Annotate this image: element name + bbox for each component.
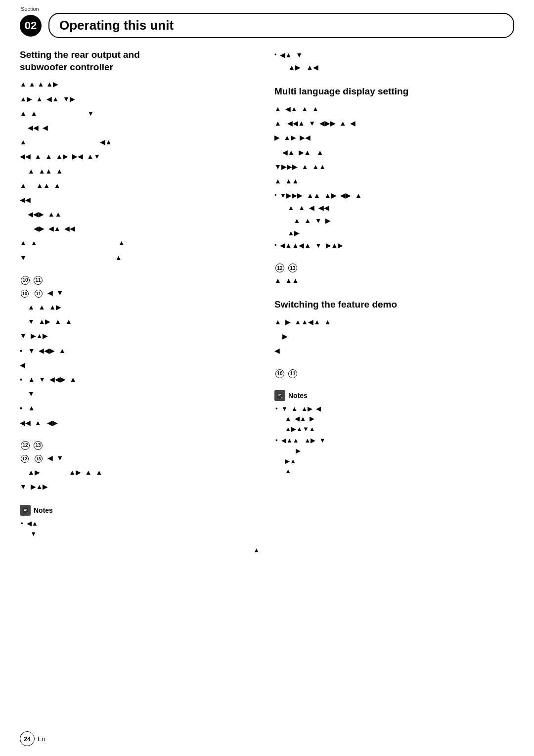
page-number-wrap: 24 En <box>20 731 45 746</box>
multilang-bullet-2: • ◀▲▲◀▲ ▼ ▶▲▶ <box>274 239 514 252</box>
circled-12-r: 12 <box>275 264 284 272</box>
circled-10: 10 <box>21 276 30 285</box>
notes-label-right: Notes <box>288 392 308 400</box>
circled-num-row-3: 12 13 <box>274 264 514 272</box>
circled-11-r: 11 <box>288 369 297 378</box>
notes-list-right: ▼ ▲ ▲▶ ◀ ▲ ◀▲ ▶ ▲▶▲▼▲ ◀▲▲ ▲▶ ▼ ▶ ▶▲ ▲ <box>274 404 514 477</box>
rear-output-block: Setting the rear output andsubwoofer con… <box>20 49 260 264</box>
rear-output-heading: Setting the rear output andsubwoofer con… <box>20 49 260 73</box>
section-header: 02 Operating this unit <box>20 13 514 38</box>
left-column: Setting the rear output andsubwoofer con… <box>20 49 260 556</box>
right-column: • ◀▲ ▼ ▲▶ ▲◀ Multi language display sett… <box>274 49 514 556</box>
rear-output-body: ▲ ▲ ▲ ▲▶ ▲▶ ▲ ◀▲ ▼▶ ▲ ▲ ▼ ◀◀ ◀ ▲ ◀▲ ◀◀ ▲… <box>20 78 260 264</box>
notes-block-left: Notes ◀▲ ▼ <box>20 505 260 539</box>
main-content: Setting the rear output andsubwoofer con… <box>20 49 514 556</box>
feature-demo-body: ▲ ▶ ▲▲◀▲ ▲ ▶ ◀ <box>274 316 514 357</box>
circled-13-r: 13 <box>288 264 297 272</box>
notes-header-right: Notes <box>274 390 514 401</box>
notes-header-left: Notes <box>20 505 260 516</box>
circled-num-row-2: 12 13 <box>20 441 260 450</box>
feature-demo-heading: Switching the feature demo <box>274 299 514 311</box>
notes-list-left: ◀▲ ▼ <box>20 519 260 539</box>
bullet-top-2: ▲▶ ▲◀ <box>274 61 514 74</box>
section-label: Section <box>20 0 514 12</box>
bullet-top-block: • ◀▲ ▼ ▲▶ ▲◀ <box>274 49 514 74</box>
bullet-top-1: • ◀▲ ▼ <box>274 49 514 61</box>
multilang-bullet-1: • ▼▶▶▶ ▲▲ ▲▶ ◀▶ ▲ ▲ ▲ ◀ ◀◀ ▲ ▲ ▼ ▶ ▲▶ <box>274 189 514 239</box>
circled-10-11-block: 10 11 10 11 ◀ ▼ ▲ ▲ ▲▶ ▼ ▲▶ ▲ ▲ ▼ ▶▲▶ ▪ … <box>20 276 260 429</box>
page-lang: En <box>38 735 45 743</box>
note-right-2: ◀▲▲ ▲▶ ▼ ▶ ▶▲ ▲ <box>274 436 514 477</box>
feature-demo-block: Switching the feature demo ▲ ▶ ▲▲◀▲ ▲ ▶ … <box>274 299 514 357</box>
page-number: 24 <box>20 731 35 746</box>
circled-12-13-right-body: ▲ ▲▲ <box>274 274 514 287</box>
section-title-box: Operating this unit <box>48 13 514 38</box>
section-title: Operating this unit <box>59 18 174 33</box>
circled-11: 11 <box>34 276 43 285</box>
circled-10-11-right-block: 10 11 <box>274 369 514 378</box>
circled-12: 12 <box>21 441 30 450</box>
circled-12-13-body: 12 13 ◀ ▼ ▲▶ ▲▶ ▲ ▲ ▼ ▶▲▶ <box>20 452 260 493</box>
multilang-body: ▲ ◀▲ ▲ ▲ ▲ ◀◀▲ ▼ ◀▶▶ ▲ ◀ ▶ ▲▶ ▶◀ ◀▲ ▶▲ ▲… <box>274 103 514 252</box>
circled-13: 13 <box>34 441 43 450</box>
notes-block-right: Notes ▼ ▲ ▲▶ ◀ ▲ ◀▲ ▶ ▲▶▲▼▲ ◀▲▲ ▲▶ ▼ ▶ ▶… <box>274 390 514 477</box>
section-number: 02 <box>20 15 42 37</box>
multilang-block: Multi language display setting ▲ ◀▲ ▲ ▲ … <box>274 86 514 252</box>
notes-icon-right <box>274 390 285 401</box>
circled-num-row-4: 10 11 <box>274 369 514 378</box>
bottom-symbol-left: ▲ <box>20 544 260 556</box>
circled-10-11-body: 10 11 ◀ ▼ ▲ ▲ ▲▶ ▼ ▲▶ ▲ ▲ ▼ ▶▲▶ ▪ ▼ ◀◀▶ … <box>20 287 260 429</box>
note-right-1: ▼ ▲ ▲▶ ◀ ▲ ◀▲ ▶ ▲▶▲▼▲ <box>274 404 514 435</box>
notes-icon-left <box>20 505 31 516</box>
multilang-heading: Multi language display setting <box>274 86 514 98</box>
notes-label-left: Notes <box>34 506 53 514</box>
circled-12-13-right-block: 12 13 ▲ ▲▲ <box>274 264 514 287</box>
note-left-1: ◀▲ ▼ <box>20 519 260 539</box>
circled-12-13-block: 12 13 12 13 ◀ ▼ ▲▶ ▲▶ ▲ ▲ ▼ ▶▲▶ <box>20 441 260 493</box>
circled-num-row-1: 10 11 <box>20 276 260 285</box>
circled-10-r: 10 <box>275 369 284 378</box>
